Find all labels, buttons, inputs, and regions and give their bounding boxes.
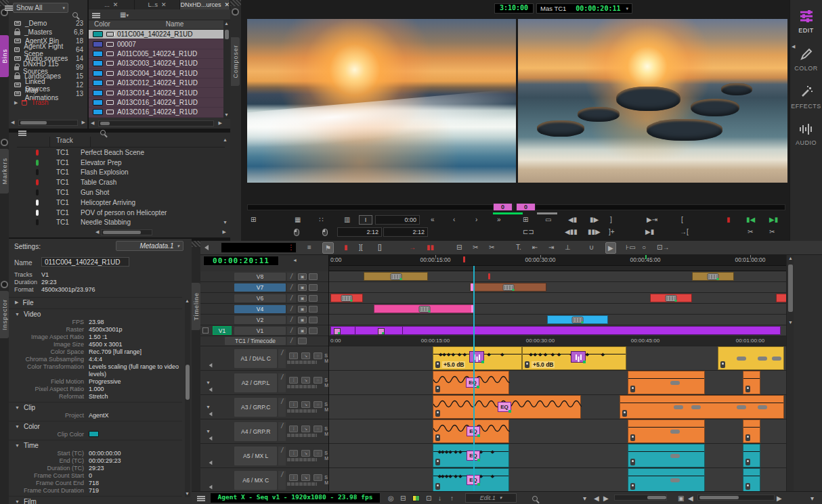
- segment-insert-icon[interactable]: ⊦▭: [626, 242, 636, 252]
- clip-gain-icon[interactable]: [525, 361, 529, 368]
- grid-small-icon[interactable]: ∷: [319, 214, 323, 225]
- record-icon[interactable]: [309, 295, 318, 302]
- markers-menu-icon[interactable]: [18, 131, 26, 136]
- video-quality-icon[interactable]: ⊟: [400, 492, 406, 504]
- clip-color-chip[interactable]: [93, 80, 103, 86]
- ruler-marker-red[interactable]: [463, 256, 465, 262]
- pencil-icon[interactable]: /: [287, 294, 296, 302]
- speaker-icon[interactable]: [209, 485, 213, 489]
- keyframe-icon[interactable]: ◆: [454, 449, 458, 455]
- clip-gain-icon[interactable]: [630, 386, 635, 392]
- bin-clip-row[interactable]: A013C004_140224_R1UD: [89, 69, 223, 78]
- keyframe-icon[interactable]: ◆: [538, 352, 542, 357]
- track-name[interactable]: V4: [234, 305, 286, 313]
- track-lane-v7[interactable]: [329, 282, 786, 293]
- scroll-right-icon[interactable]: ▶: [603, 492, 609, 504]
- timeline-source-display[interactable]: ⋮: [221, 242, 297, 253]
- inspector-collapse-button[interactable]: [1, 281, 8, 288]
- mark-clip-icon[interactable]: ][: [359, 242, 363, 252]
- monitor-icon[interactable]: ▣: [298, 284, 307, 291]
- focus-icon[interactable]: ▣: [678, 492, 684, 504]
- keyframe-icon[interactable]: ◆: [585, 352, 588, 357]
- timeline-timecode[interactable]: 00:00:20:11: [203, 256, 279, 266]
- track-name[interactable]: V1: [234, 327, 286, 335]
- pencil-icon[interactable]: /: [287, 273, 296, 281]
- markers-vscrollbar[interactable]: ▲ ▼: [222, 137, 229, 227]
- timeline-clip[interactable]: ◆◆◆◆◆◆◆◆◆EQ: [433, 444, 509, 467]
- extract-icon[interactable]: →: [409, 242, 416, 252]
- expand-icon[interactable]: ▼: [206, 405, 211, 409]
- pencil-icon[interactable]: /: [287, 337, 296, 344]
- keyframe-icon[interactable]: ◆: [458, 352, 461, 357]
- timeline-scrollbar[interactable]: [697, 495, 775, 501]
- marker-row[interactable]: TC1POV of person on Helicopter: [17, 208, 219, 218]
- gear-icon[interactable]: ◌: [313, 401, 322, 408]
- clip-gain-icon[interactable]: [720, 361, 725, 368]
- timeline-ruler[interactable]: 0:0000:00:15:0000:00:30:0000:00:45:0000:…: [329, 255, 786, 266]
- grid-large-icon[interactable]: ▦: [295, 214, 301, 225]
- marker-row[interactable]: TC1Needle Stabbing: [17, 218, 219, 228]
- pencil-icon[interactable]: /: [287, 316, 296, 324]
- speaker-icon[interactable]: [209, 412, 213, 416]
- keyframe-icon[interactable]: ◆: [449, 449, 452, 455]
- marker-row[interactable]: TC1Perfect Beach Scene: [17, 147, 219, 158]
- clip-gain-icon[interactable]: [745, 483, 750, 490]
- marker-row[interactable]: TC1Elevator Prep: [17, 158, 219, 168]
- bin-tab[interactable]: L..s✕: [135, 0, 181, 9]
- clear-out-icon[interactable]: ]+: [609, 227, 615, 237]
- tab-composer[interactable]: Composer: [231, 37, 240, 86]
- close-icon[interactable]: ✕: [224, 1, 230, 8]
- scrollbar-left-icon[interactable]: ◀: [688, 492, 693, 504]
- workspace-edit[interactable]: EDIT: [790, 0, 822, 38]
- marker-row[interactable]: TC1Flash Explosion: [17, 168, 219, 178]
- clip-gain-icon[interactable]: [630, 459, 635, 465]
- timeline-clip[interactable]: [743, 371, 760, 394]
- monitor-icon[interactable]: ▣: [298, 317, 307, 323]
- marker-row[interactable]: TC1Table Crash: [17, 177, 219, 187]
- keyframe-icon[interactable]: ◆: [441, 474, 444, 479]
- timeline-clip[interactable]: [743, 419, 760, 443]
- track-lane-v6[interactable]: [329, 293, 786, 304]
- timeline-clip[interactable]: [743, 468, 760, 491]
- timeline-clip[interactable]: [364, 272, 428, 281]
- track-header-v1[interactable]: V1V1/▣: [200, 325, 328, 336]
- bin-clip-row[interactable]: A013C016_140224_R1UD: [89, 108, 223, 117]
- markers-collapse-button[interactable]: [1, 139, 8, 146]
- timeline-view-select[interactable]: Edit.1▾: [465, 493, 517, 503]
- bin-vscrollbar[interactable]: ▲ ▼: [223, 20, 230, 119]
- workspace-effects[interactable]: EFFECTS: [790, 76, 822, 114]
- source-timecode[interactable]: 3:10:00: [494, 3, 534, 14]
- go-next-edit-icon[interactable]: ▮▶: [590, 214, 599, 225]
- speaker-icon[interactable]: [209, 461, 213, 465]
- composer-collapse-button[interactable]: [232, 8, 239, 16]
- add-marker-icon[interactable]: ▮: [727, 214, 731, 225]
- markers-header[interactable]: Track: [17, 137, 225, 147]
- waveform-icon[interactable]: ᎒: [289, 377, 298, 384]
- sidebar-bin-item[interactable]: _Demo23: [9, 19, 86, 28]
- timeline-clip[interactable]: [628, 419, 705, 443]
- scroll-left-icon[interactable]: ◀: [91, 117, 94, 129]
- track-header-v7[interactable]: V7/▣: [200, 282, 328, 293]
- track-header-v6[interactable]: V6/▣: [200, 293, 328, 304]
- step-down-icon[interactable]: ↓: [438, 492, 441, 504]
- track-header-tc1[interactable]: TC1 / Timecode/: [200, 336, 328, 346]
- gear-icon[interactable]: ◌: [313, 377, 322, 384]
- tool-palette-icon[interactable]: ⊞: [251, 214, 256, 225]
- pan-icon[interactable]: ↘: [301, 401, 310, 408]
- clip-color-chip[interactable]: [93, 60, 103, 66]
- eq-effect-badge[interactable]: EQ: [498, 402, 511, 412]
- keyframe-icon[interactable]: ◆: [445, 474, 448, 479]
- scroll-left-icon[interactable]: ◀: [594, 492, 599, 504]
- close-icon[interactable]: ✕: [161, 1, 167, 8]
- keyframe-icon[interactable]: ◆: [445, 449, 448, 455]
- zoom-slider[interactable]: [614, 495, 667, 501]
- clip-gain-icon[interactable]: [745, 459, 750, 465]
- monitor-icon[interactable]: [298, 338, 307, 344]
- clip-color-chip[interactable]: [93, 99, 103, 106]
- track-lane-a3[interactable]: EQ: [329, 395, 786, 419]
- record-icon[interactable]: [309, 306, 318, 313]
- filmstrip-icon[interactable]: ▥: [344, 214, 350, 225]
- track-name[interactable]: V8: [234, 273, 286, 281]
- bin-hscrollbar[interactable]: [98, 120, 214, 127]
- pencil-icon[interactable]: /: [287, 305, 296, 313]
